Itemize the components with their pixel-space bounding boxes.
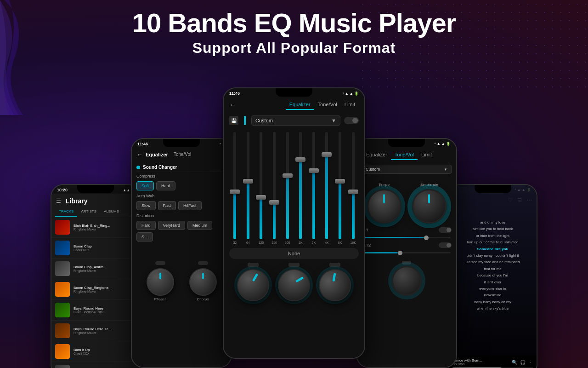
notch-3 <box>276 88 312 97</box>
compress-soft-btn[interactable]: Soft <box>136 181 154 190</box>
list-item[interactable]: Boys 'Round Here_R... Ringtone Maker <box>51 321 139 341</box>
lyrics-bottom: Dance with Som... Houston 🔍 🎧 ⋮ 04:51 <box>449 356 537 368</box>
ier2-toggle[interactable] <box>439 242 452 248</box>
page-title: 10 Bands EQ Music Player <box>0 8 588 38</box>
chorus-label: Chorus <box>197 297 209 301</box>
lyric-line: u'd see my face and be reminded <box>453 259 532 265</box>
big-knob-1[interactable] <box>237 269 269 301</box>
phone-equalizer: 11:46 * ▲ ▲ 🔋 ← Equalizer Tone/Vol Limit… <box>223 87 365 359</box>
slider-track[interactable] <box>325 132 328 239</box>
slider-thumb[interactable] <box>348 190 358 194</box>
slider-track[interactable] <box>312 132 315 239</box>
list-item[interactable]: Blah Blah Blah_Ring... Ringtone Maker <box>51 217 139 238</box>
slider-track[interactable] <box>247 132 249 239</box>
eq-tonevol-tab[interactable]: Tone/Vol <box>171 150 194 158</box>
list-item[interactable]: Boys 'Round Here Blake Shelton&Pistol <box>51 300 139 321</box>
eq-toggle[interactable] <box>344 117 359 124</box>
ier2-thumb[interactable] <box>398 251 402 255</box>
status-icons-4: * ▲ ▲ 🔋 <box>434 142 451 146</box>
track-artist: Ringtone Maker <box>74 290 136 293</box>
slider-thumb[interactable] <box>256 195 266 200</box>
list-item[interactable]: Bum It Up_Alarm Ringtone Maker <box>51 362 139 368</box>
slider-track[interactable] <box>352 132 355 239</box>
track-info: Boys 'Round Here_R... Ringtone Maker <box>74 327 136 334</box>
status-time-2: 11:46 <box>137 142 148 146</box>
slider-track[interactable] <box>260 132 262 239</box>
tv-preset-select[interactable]: Custom ▼ <box>362 165 452 174</box>
tab-tracks[interactable]: TRACKS <box>55 207 77 217</box>
ier-row: IER <box>357 226 456 234</box>
compress-hard-btn[interactable]: Hard <box>156 181 175 190</box>
library-header: ☰ Library <box>51 194 139 207</box>
slider-thumb[interactable] <box>283 173 293 178</box>
dist-hard-btn[interactable]: Hard <box>136 221 156 230</box>
band-label: 125 <box>259 241 264 244</box>
ier-thumb[interactable] <box>424 236 429 240</box>
slider-track[interactable] <box>233 132 236 239</box>
track-list: Blah Blah Blah_Ring... Ringtone Maker Bo… <box>51 217 139 368</box>
track-name: Blah Blah Blah_Ring... <box>74 224 136 228</box>
tab-albums[interactable]: ALBUMS <box>100 207 123 217</box>
more-btn[interactable]: ⋮ <box>528 360 533 365</box>
slider-thumb[interactable] <box>295 157 305 162</box>
list-item[interactable]: Boom Clap_Ringtone... Ringtone Maker <box>51 279 139 300</box>
autowah-slow-btn[interactable]: Slow <box>136 201 156 210</box>
slider-track[interactable] <box>339 132 341 239</box>
notch-4 <box>388 139 425 147</box>
tempo-knob[interactable] <box>367 189 401 224</box>
autowah-hitfast-btn[interactable]: HitFast <box>178 201 202 210</box>
preset-select[interactable]: Custom ▼ <box>251 115 340 126</box>
slider-thumb[interactable] <box>230 190 240 194</box>
tv-tab-equalizer[interactable]: Equalizer <box>362 150 391 160</box>
slider-track[interactable] <box>299 132 302 239</box>
slider-thumb[interactable] <box>309 168 319 173</box>
notch-2 <box>163 139 200 147</box>
hamburger-icon[interactable]: ☰ <box>56 198 61 204</box>
tv-big-knob[interactable] <box>392 266 422 296</box>
dist-medium-btn[interactable]: Medium <box>187 221 212 230</box>
slider-thumb[interactable] <box>322 152 332 157</box>
slider-track[interactable] <box>286 132 289 239</box>
tab-equalizer[interactable]: Equalizer <box>286 100 314 110</box>
search-icon[interactable]: 🔍 <box>512 360 517 365</box>
list-item[interactable]: Boom Clap Charli XCX <box>51 238 139 259</box>
lyric-line: or hide from the light <box>453 233 532 239</box>
eq-band-8K: 8K <box>334 132 346 244</box>
ier-slider[interactable] <box>362 237 451 238</box>
phones-container: 10:20 ▲▲▲ ☰ Library TRACKS ARTISTS ALBUM… <box>0 83 588 368</box>
tab-limit[interactable]: Limit <box>341 100 359 110</box>
phaser-knob[interactable] <box>147 268 174 296</box>
ier2-slider[interactable] <box>362 252 451 253</box>
band-label: 1K <box>299 241 303 244</box>
autowah-fast-btn[interactable]: Fast <box>158 201 176 210</box>
slider-thumb[interactable] <box>269 200 279 205</box>
eq-screen: 11:46 * ▲ ▲ 🔋 ← Equalizer Tone/Vol Limit… <box>224 88 364 358</box>
headphone-icon[interactable]: 🎧 <box>520 360 526 365</box>
back-button[interactable]: ← <box>136 151 143 158</box>
tv-tab-tonevol[interactable]: Tone/Vol <box>391 150 418 160</box>
save-icon[interactable]: 💾 <box>229 116 238 125</box>
list-item[interactable]: Bum It Up Charli XCX <box>51 341 139 362</box>
list-item[interactable]: Boom Clap_Alarm Ringtone Maker <box>51 259 139 279</box>
tv-tab-limit[interactable]: Limit <box>418 150 435 160</box>
preset-none-btn[interactable]: None <box>229 248 359 259</box>
tab-tonevol[interactable]: Tone/Vol <box>314 100 341 110</box>
page-header: 10 Bands EQ Music Player Support All Pop… <box>0 8 588 57</box>
knobs-row: Phaser Chorus <box>132 243 231 306</box>
eq-preset-row: 💾 Custom ▼ <box>224 113 364 128</box>
dist-veryhard-btn[interactable]: VeryHard <box>158 221 186 230</box>
band-label: 500 <box>285 241 290 244</box>
big-knob-3[interactable] <box>314 264 356 306</box>
simplerate-knob[interactable] <box>412 189 447 224</box>
slider-thumb[interactable] <box>335 179 345 184</box>
notch-1 <box>77 185 114 193</box>
tab-artists[interactable]: ARTISTS <box>77 207 100 217</box>
eq-back-btn[interactable]: ← <box>229 101 237 109</box>
slider-thumb[interactable] <box>243 179 253 184</box>
dist-s-btn[interactable]: S... <box>136 232 153 242</box>
ier-toggle[interactable] <box>439 227 452 233</box>
big-knob-2[interactable] <box>272 263 316 307</box>
chorus-knob[interactable] <box>189 268 217 296</box>
slider-track[interactable] <box>273 132 276 239</box>
track-artist: Blake Shelton&Pistol <box>74 310 136 314</box>
